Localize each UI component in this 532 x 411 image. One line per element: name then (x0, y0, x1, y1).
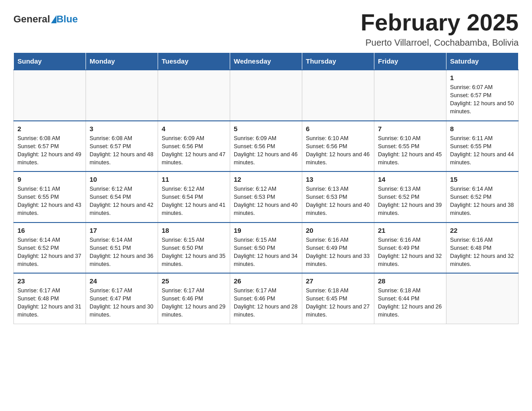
day-number: 24 (90, 277, 154, 285)
calendar-cell: 19Sunrise: 6:15 AMSunset: 6:50 PMDayligh… (230, 223, 302, 274)
calendar-cell (230, 70, 302, 121)
day-info: Sunrise: 6:14 AMSunset: 6:51 PMDaylight:… (90, 236, 154, 269)
day-number: 7 (378, 125, 442, 133)
day-info: Sunrise: 6:13 AMSunset: 6:52 PMDaylight:… (378, 185, 442, 218)
day-number: 28 (378, 277, 442, 285)
calendar-cell (446, 273, 519, 324)
calendar-cell: 9Sunrise: 6:11 AMSunset: 6:55 PMDaylight… (14, 171, 86, 223)
day-info: Sunrise: 6:12 AMSunset: 6:54 PMDaylight:… (90, 185, 154, 218)
day-info: Sunrise: 6:11 AMSunset: 6:55 PMDaylight:… (17, 185, 82, 218)
day-info: Sunrise: 6:17 AMSunset: 6:47 PMDaylight:… (90, 287, 154, 319)
day-number: 11 (162, 176, 226, 183)
calendar-cell (374, 70, 446, 121)
calendar-cell: 25Sunrise: 6:17 AMSunset: 6:46 PMDayligh… (158, 273, 230, 324)
calendar-cell (158, 70, 230, 121)
subtitle: Puerto Villarroel, Cochabamba, Bolivia (360, 38, 519, 48)
calendar-cell: 23Sunrise: 6:17 AMSunset: 6:48 PMDayligh… (14, 273, 86, 324)
logo: General Blue (13, 13, 78, 25)
calendar-cell (302, 70, 374, 121)
day-info: Sunrise: 6:16 AMSunset: 6:49 PMDaylight:… (378, 236, 442, 269)
header-sunday: Sunday (14, 53, 86, 70)
day-number: 19 (234, 227, 298, 234)
header-thursday: Thursday (302, 53, 374, 70)
day-info: Sunrise: 6:17 AMSunset: 6:46 PMDaylight:… (162, 287, 226, 319)
calendar-cell: 8Sunrise: 6:11 AMSunset: 6:55 PMDaylight… (446, 121, 519, 172)
day-info: Sunrise: 6:10 AMSunset: 6:55 PMDaylight:… (378, 134, 442, 167)
day-info: Sunrise: 6:08 AMSunset: 6:57 PMDaylight:… (90, 134, 154, 167)
day-header-row: SundayMondayTuesdayWednesdayThursdayFrid… (14, 53, 519, 70)
header-wednesday: Wednesday (230, 53, 302, 70)
day-number: 5 (234, 125, 298, 133)
day-number: 15 (450, 176, 515, 183)
calendar-table: SundayMondayTuesdayWednesdayThursdayFrid… (13, 52, 519, 324)
week-row-2: 2Sunrise: 6:08 AMSunset: 6:57 PMDaylight… (14, 121, 519, 172)
day-number: 1 (450, 74, 515, 81)
day-info: Sunrise: 6:14 AMSunset: 6:52 PMDaylight:… (450, 185, 515, 218)
day-info: Sunrise: 6:17 AMSunset: 6:48 PMDaylight:… (17, 287, 82, 319)
calendar-cell: 14Sunrise: 6:13 AMSunset: 6:52 PMDayligh… (374, 171, 446, 223)
calendar-cell: 21Sunrise: 6:16 AMSunset: 6:49 PMDayligh… (374, 223, 446, 274)
calendar-cell: 17Sunrise: 6:14 AMSunset: 6:51 PMDayligh… (86, 223, 158, 274)
day-number: 27 (306, 277, 370, 285)
logo-triangle-icon (51, 15, 56, 23)
calendar-header: SundayMondayTuesdayWednesdayThursdayFrid… (14, 53, 519, 70)
day-info: Sunrise: 6:08 AMSunset: 6:57 PMDaylight:… (17, 134, 82, 167)
calendar-cell: 28Sunrise: 6:18 AMSunset: 6:44 PMDayligh… (374, 273, 446, 324)
header-saturday: Saturday (446, 53, 519, 70)
day-number: 13 (306, 176, 370, 183)
calendar-cell: 18Sunrise: 6:15 AMSunset: 6:50 PMDayligh… (158, 223, 230, 274)
calendar-cell: 12Sunrise: 6:12 AMSunset: 6:53 PMDayligh… (230, 171, 302, 223)
day-number: 16 (17, 227, 82, 234)
week-row-5: 23Sunrise: 6:17 AMSunset: 6:48 PMDayligh… (14, 273, 519, 324)
day-number: 9 (17, 176, 82, 183)
header-monday: Monday (86, 53, 158, 70)
day-info: Sunrise: 6:14 AMSunset: 6:52 PMDaylight:… (17, 236, 82, 269)
day-info: Sunrise: 6:12 AMSunset: 6:54 PMDaylight:… (162, 185, 226, 218)
day-number: 4 (162, 125, 226, 133)
day-info: Sunrise: 6:15 AMSunset: 6:50 PMDaylight:… (234, 236, 298, 269)
day-info: Sunrise: 6:11 AMSunset: 6:55 PMDaylight:… (450, 134, 515, 167)
calendar-cell: 5Sunrise: 6:09 AMSunset: 6:56 PMDaylight… (230, 121, 302, 172)
calendar-cell: 2Sunrise: 6:08 AMSunset: 6:57 PMDaylight… (14, 121, 86, 172)
calendar-cell (14, 70, 86, 121)
calendar-cell: 11Sunrise: 6:12 AMSunset: 6:54 PMDayligh… (158, 171, 230, 223)
day-info: Sunrise: 6:18 AMSunset: 6:45 PMDaylight:… (306, 287, 370, 319)
calendar-body: 1Sunrise: 6:07 AMSunset: 6:57 PMDaylight… (14, 70, 519, 324)
calendar-cell: 3Sunrise: 6:08 AMSunset: 6:57 PMDaylight… (86, 121, 158, 172)
logo-blue-text: Blue (56, 13, 78, 25)
day-info: Sunrise: 6:18 AMSunset: 6:44 PMDaylight:… (378, 287, 442, 319)
calendar-cell: 6Sunrise: 6:10 AMSunset: 6:56 PMDaylight… (302, 121, 374, 172)
main-title: February 2025 (360, 9, 519, 36)
day-info: Sunrise: 6:13 AMSunset: 6:53 PMDaylight:… (306, 185, 370, 218)
calendar-cell: 27Sunrise: 6:18 AMSunset: 6:45 PMDayligh… (302, 273, 374, 324)
calendar-cell: 13Sunrise: 6:13 AMSunset: 6:53 PMDayligh… (302, 171, 374, 223)
day-info: Sunrise: 6:10 AMSunset: 6:56 PMDaylight:… (306, 134, 370, 167)
calendar-cell: 1Sunrise: 6:07 AMSunset: 6:57 PMDaylight… (446, 70, 519, 121)
day-info: Sunrise: 6:07 AMSunset: 6:57 PMDaylight:… (450, 83, 515, 116)
calendar-cell: 4Sunrise: 6:09 AMSunset: 6:56 PMDaylight… (158, 121, 230, 172)
calendar-cell (86, 70, 158, 121)
day-info: Sunrise: 6:09 AMSunset: 6:56 PMDaylight:… (234, 134, 298, 167)
day-number: 6 (306, 125, 370, 133)
calendar-cell: 22Sunrise: 6:16 AMSunset: 6:48 PMDayligh… (446, 223, 519, 274)
week-row-3: 9Sunrise: 6:11 AMSunset: 6:55 PMDaylight… (14, 171, 519, 223)
day-number: 3 (90, 125, 154, 133)
day-info: Sunrise: 6:15 AMSunset: 6:50 PMDaylight:… (162, 236, 226, 269)
calendar-cell: 26Sunrise: 6:17 AMSunset: 6:46 PMDayligh… (230, 273, 302, 324)
week-row-4: 16Sunrise: 6:14 AMSunset: 6:52 PMDayligh… (14, 223, 519, 274)
day-number: 26 (234, 277, 298, 285)
day-number: 17 (90, 227, 154, 234)
day-number: 22 (450, 227, 515, 234)
day-number: 2 (17, 125, 82, 133)
day-info: Sunrise: 6:16 AMSunset: 6:48 PMDaylight:… (450, 236, 515, 269)
calendar-cell: 10Sunrise: 6:12 AMSunset: 6:54 PMDayligh… (86, 171, 158, 223)
header-friday: Friday (374, 53, 446, 70)
day-number: 23 (17, 277, 82, 285)
day-number: 8 (450, 125, 515, 133)
day-number: 14 (378, 176, 442, 183)
logo-general-text: General (13, 13, 50, 25)
page-header: General Blue February 2025 Puerto Villar… (13, 9, 519, 48)
day-number: 12 (234, 176, 298, 183)
day-info: Sunrise: 6:17 AMSunset: 6:46 PMDaylight:… (234, 287, 298, 319)
calendar-cell: 7Sunrise: 6:10 AMSunset: 6:55 PMDaylight… (374, 121, 446, 172)
